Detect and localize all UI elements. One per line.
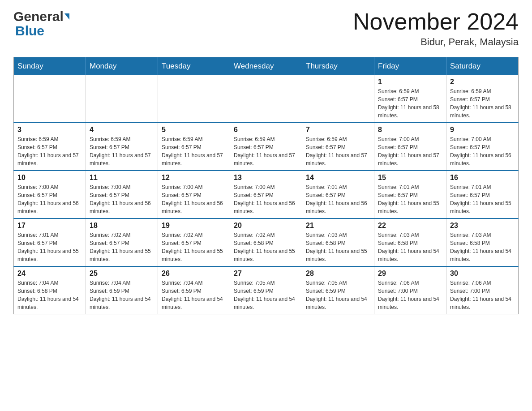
calendar-cell: 29Sunrise: 7:06 AMSunset: 7:00 PMDayligh… (374, 266, 446, 314)
day-info: Sunrise: 7:03 AMSunset: 6:58 PMDaylight:… (378, 231, 442, 263)
col-header-thursday: Thursday (302, 57, 374, 76)
day-number: 23 (450, 222, 515, 230)
day-number: 24 (17, 270, 82, 278)
calendar-cell: 23Sunrise: 7:03 AMSunset: 6:58 PMDayligh… (446, 218, 519, 266)
col-header-tuesday: Tuesday (158, 57, 230, 76)
day-number: 12 (162, 174, 226, 182)
month-title: November 2024 (353, 9, 519, 34)
day-number: 21 (306, 222, 370, 230)
col-header-monday: Monday (86, 57, 158, 76)
calendar-cell: 30Sunrise: 7:06 AMSunset: 7:00 PMDayligh… (446, 266, 519, 314)
day-info: Sunrise: 7:00 AMSunset: 6:57 PMDaylight:… (162, 183, 226, 215)
calendar-cell: 26Sunrise: 7:04 AMSunset: 6:59 PMDayligh… (158, 266, 230, 314)
day-info: Sunrise: 7:01 AMSunset: 6:57 PMDaylight:… (450, 183, 515, 215)
day-info: Sunrise: 7:02 AMSunset: 6:58 PMDaylight:… (234, 231, 298, 263)
calendar-cell (158, 75, 230, 123)
calendar-week-row: 17Sunrise: 7:01 AMSunset: 6:57 PMDayligh… (14, 218, 519, 266)
logo-general-text: General (13, 9, 64, 24)
day-info: Sunrise: 6:59 AMSunset: 6:57 PMDaylight:… (234, 135, 298, 167)
day-number: 3 (17, 126, 82, 134)
calendar-cell: 21Sunrise: 7:03 AMSunset: 6:58 PMDayligh… (302, 218, 374, 266)
day-info: Sunrise: 7:01 AMSunset: 6:57 PMDaylight:… (378, 183, 442, 215)
calendar-cell: 19Sunrise: 7:02 AMSunset: 6:57 PMDayligh… (158, 218, 230, 266)
day-number: 6 (234, 126, 298, 134)
day-number: 20 (234, 222, 298, 230)
day-number: 27 (234, 270, 298, 278)
day-number: 22 (378, 222, 442, 230)
col-header-wednesday: Wednesday (230, 57, 302, 76)
calendar-cell: 1Sunrise: 6:59 AMSunset: 6:57 PMDaylight… (374, 75, 446, 123)
day-number: 13 (234, 174, 298, 182)
calendar-cell (302, 75, 374, 123)
page-header: General Blue November 2024 Bidur, Perak,… (13, 9, 519, 48)
title-area: November 2024 Bidur, Perak, Malaysia (353, 9, 519, 48)
calendar-week-row: 10Sunrise: 7:00 AMSunset: 6:57 PMDayligh… (14, 171, 519, 218)
day-info: Sunrise: 7:04 AMSunset: 6:58 PMDaylight:… (17, 279, 82, 311)
day-info: Sunrise: 7:04 AMSunset: 6:59 PMDaylight:… (162, 279, 226, 311)
calendar-cell: 24Sunrise: 7:04 AMSunset: 6:58 PMDayligh… (14, 266, 86, 314)
day-number: 10 (17, 174, 82, 182)
calendar-cell: 12Sunrise: 7:00 AMSunset: 6:57 PMDayligh… (158, 171, 230, 218)
calendar-week-row: 1Sunrise: 6:59 AMSunset: 6:57 PMDaylight… (14, 75, 519, 123)
day-info: Sunrise: 6:59 AMSunset: 6:57 PMDaylight:… (162, 135, 226, 167)
day-info: Sunrise: 6:59 AMSunset: 6:57 PMDaylight:… (450, 87, 515, 120)
day-number: 14 (306, 174, 370, 182)
day-number: 9 (450, 126, 515, 134)
day-info: Sunrise: 7:00 AMSunset: 6:57 PMDaylight:… (378, 135, 442, 167)
day-number: 29 (378, 270, 442, 278)
day-info: Sunrise: 7:05 AMSunset: 6:59 PMDaylight:… (306, 279, 370, 311)
calendar-cell: 10Sunrise: 7:00 AMSunset: 6:57 PMDayligh… (14, 171, 86, 218)
calendar-cell: 3Sunrise: 6:59 AMSunset: 6:57 PMDaylight… (14, 123, 86, 171)
day-info: Sunrise: 7:01 AMSunset: 6:57 PMDaylight:… (17, 231, 82, 263)
day-number: 26 (162, 270, 226, 278)
day-number: 11 (90, 174, 154, 182)
day-info: Sunrise: 7:00 AMSunset: 6:57 PMDaylight:… (90, 183, 154, 215)
day-number: 30 (450, 270, 515, 278)
day-number: 17 (17, 222, 82, 230)
day-info: Sunrise: 6:59 AMSunset: 6:57 PMDaylight:… (17, 135, 82, 167)
day-number: 19 (162, 222, 226, 230)
day-number: 18 (90, 222, 154, 230)
calendar-cell: 16Sunrise: 7:01 AMSunset: 6:57 PMDayligh… (446, 171, 519, 218)
day-info: Sunrise: 7:00 AMSunset: 6:57 PMDaylight:… (450, 135, 515, 167)
col-header-sunday: Sunday (14, 57, 86, 76)
calendar-cell: 4Sunrise: 6:59 AMSunset: 6:57 PMDaylight… (86, 123, 158, 171)
day-info: Sunrise: 7:03 AMSunset: 6:58 PMDaylight:… (450, 231, 515, 263)
calendar-cell: 22Sunrise: 7:03 AMSunset: 6:58 PMDayligh… (374, 218, 446, 266)
calendar-cell: 5Sunrise: 6:59 AMSunset: 6:57 PMDaylight… (158, 123, 230, 171)
day-info: Sunrise: 6:59 AMSunset: 6:57 PMDaylight:… (306, 135, 370, 167)
calendar-cell: 28Sunrise: 7:05 AMSunset: 6:59 PMDayligh… (302, 266, 374, 314)
calendar-cell: 2Sunrise: 6:59 AMSunset: 6:57 PMDaylight… (446, 75, 519, 123)
day-info: Sunrise: 7:01 AMSunset: 6:57 PMDaylight:… (306, 183, 370, 215)
day-info: Sunrise: 7:02 AMSunset: 6:57 PMDaylight:… (162, 231, 226, 263)
day-number: 8 (378, 126, 442, 134)
col-header-saturday: Saturday (446, 57, 519, 76)
day-number: 2 (450, 78, 515, 86)
calendar-cell: 17Sunrise: 7:01 AMSunset: 6:57 PMDayligh… (14, 218, 86, 266)
day-info: Sunrise: 7:06 AMSunset: 7:00 PMDaylight:… (378, 279, 442, 311)
calendar-cell (14, 75, 86, 123)
calendar-cell: 9Sunrise: 7:00 AMSunset: 6:57 PMDaylight… (446, 123, 519, 171)
calendar-cell: 18Sunrise: 7:02 AMSunset: 6:57 PMDayligh… (86, 218, 158, 266)
day-number: 7 (306, 126, 370, 134)
calendar-cell: 14Sunrise: 7:01 AMSunset: 6:57 PMDayligh… (302, 171, 374, 218)
day-number: 4 (90, 126, 154, 134)
day-info: Sunrise: 7:00 AMSunset: 6:57 PMDaylight:… (17, 183, 82, 215)
calendar-cell: 6Sunrise: 6:59 AMSunset: 6:57 PMDaylight… (230, 123, 302, 171)
logo-blue-text: Blue (15, 23, 44, 38)
day-info: Sunrise: 6:59 AMSunset: 6:57 PMDaylight:… (90, 135, 154, 167)
calendar-cell (230, 75, 302, 123)
calendar-week-row: 3Sunrise: 6:59 AMSunset: 6:57 PMDaylight… (14, 123, 519, 171)
col-header-friday: Friday (374, 57, 446, 76)
calendar-table: SundayMondayTuesdayWednesdayThursdayFrid… (13, 57, 519, 314)
day-number: 1 (378, 78, 442, 86)
calendar-cell: 20Sunrise: 7:02 AMSunset: 6:58 PMDayligh… (230, 218, 302, 266)
day-number: 15 (378, 174, 442, 182)
calendar-cell: 11Sunrise: 7:00 AMSunset: 6:57 PMDayligh… (86, 171, 158, 218)
logo-arrow-icon (64, 13, 69, 20)
day-info: Sunrise: 7:00 AMSunset: 6:57 PMDaylight:… (234, 183, 298, 215)
day-info: Sunrise: 7:05 AMSunset: 6:59 PMDaylight:… (234, 279, 298, 311)
day-number: 28 (306, 270, 370, 278)
day-info: Sunrise: 7:03 AMSunset: 6:58 PMDaylight:… (306, 231, 370, 263)
logo: General Blue (13, 9, 69, 39)
